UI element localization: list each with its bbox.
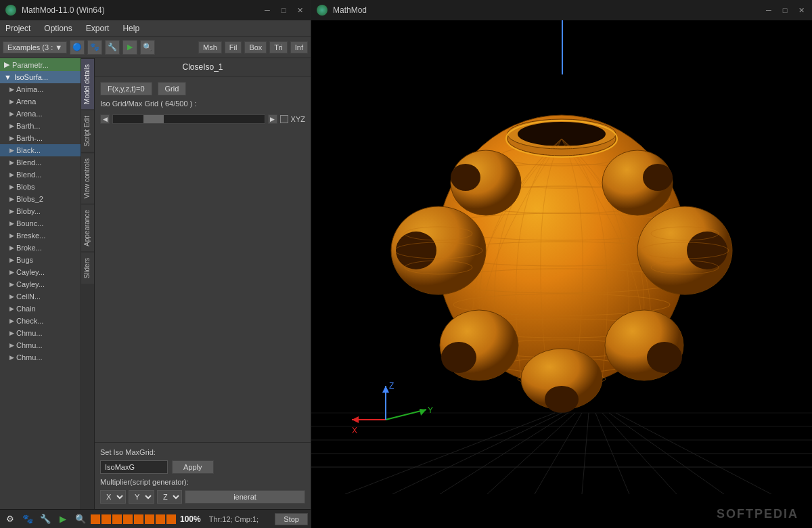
restore-btn[interactable]: □	[278, 5, 289, 16]
list-item-20[interactable]: ▶Chmu...	[0, 327, 81, 339]
tab-fil[interactable]: Fil	[225, 41, 242, 53]
minimize-btn[interactable]: ─	[262, 5, 273, 16]
svg-text:Y: Y	[428, 405, 433, 415]
list-item-4[interactable]: ▶Barth-...	[0, 132, 81, 144]
z-select[interactable]: Z	[157, 490, 182, 504]
list-item-16[interactable]: ▶Cayley...	[0, 278, 81, 290]
toolbar-icon-4[interactable]: ▶	[122, 40, 137, 55]
list-item-6[interactable]: ▶Blend...	[0, 156, 81, 169]
status-icon-2[interactable]: 🐾	[20, 512, 35, 527]
svg-marker-52	[352, 416, 359, 423]
pb3	[112, 514, 122, 524]
toolbar-icon-2[interactable]: 🐾	[87, 40, 102, 55]
tab-content: CloseIso_1 F(x,y,z,t)=0 Grid Iso Grid/Ma…	[95, 58, 311, 509]
list-item-12[interactable]: ▶Breske...	[0, 229, 81, 242]
list-item-19[interactable]: ▶Check...	[0, 315, 81, 327]
formula-button[interactable]: F(x,y,z,t)=0	[100, 82, 152, 95]
x-select[interactable]: X	[100, 490, 126, 504]
generate-button[interactable]: ienerat	[185, 490, 305, 504]
menu-help[interactable]: Help	[120, 22, 142, 35]
iso-maxgrid-input[interactable]	[100, 460, 168, 474]
model-title: CloseIso_1	[95, 58, 311, 76]
svg-marker-55	[420, 409, 426, 416]
slider-track[interactable]	[112, 114, 265, 124]
vtab-sliders[interactable]: Sliders	[81, 252, 94, 284]
axes-svg: X Y Z	[352, 379, 433, 447]
status-icon-4[interactable]: ▶	[55, 512, 70, 527]
list-item-15[interactable]: ▶Cayley...	[0, 266, 81, 278]
list-item-2[interactable]: ▶Arena...	[0, 108, 81, 120]
slider-right-arrow[interactable]: ▶	[268, 114, 277, 124]
list-item-11[interactable]: ▶Bounc...	[0, 217, 81, 229]
toolbar-icon-1[interactable]: 🔵	[70, 40, 85, 55]
toolbar-icon-3[interactable]: 🔧	[105, 40, 120, 55]
vtab-script-edit[interactable]: Script Edit	[81, 110, 94, 152]
parametric-header[interactable]: ▶ Parametr...	[0, 58, 81, 71]
progress-area: 100%	[91, 514, 201, 524]
list-item-3[interactable]: ▶Barth...	[0, 120, 81, 132]
vtab-view-controls[interactable]: View controls	[81, 152, 94, 204]
vtabs: Model details Script Edit View controls …	[81, 58, 95, 509]
list-item-18[interactable]: ▶Chain	[0, 303, 81, 315]
close-btn[interactable]: ✕	[294, 5, 305, 16]
pb8	[166, 514, 176, 524]
vtab-model-details[interactable]: Model details	[81, 58, 94, 110]
list-item-14[interactable]: ▶Bugs	[0, 254, 81, 266]
toolbar-icon-5[interactable]: 🔍	[140, 40, 155, 55]
list-item-10[interactable]: ▶Bloby...	[0, 205, 81, 217]
list-item-5[interactable]: ▶Black...	[0, 144, 81, 156]
list-item-8[interactable]: ▶Blobs	[0, 181, 81, 193]
progress-label: 100%	[180, 514, 201, 524]
menu-project[interactable]: Project	[3, 22, 33, 35]
y-select[interactable]: Y	[129, 490, 154, 504]
viewport-close[interactable]: ✕	[796, 5, 807, 16]
svg-point-3	[518, 122, 606, 146]
pb4	[123, 514, 133, 524]
model-section: F(x,y,z,t)=0 Grid Iso Grid/Max Grid ( 64…	[95, 76, 311, 442]
slider-thumb[interactable]	[143, 115, 164, 123]
status-text: Thr:12; Cmp:1;	[209, 515, 258, 523]
grid-button[interactable]: Grid	[158, 82, 187, 95]
status-icon-1[interactable]: ⚙	[3, 512, 18, 527]
svg-point-32	[451, 164, 480, 191]
iso-grid-label: Iso Grid/Max Grid ( 64/500 ) :	[100, 100, 305, 108]
checkbox-xyz: XYZ	[280, 115, 305, 123]
vtab-appearance[interactable]: Appearance	[81, 204, 94, 252]
list-item-17[interactable]: ▶CellN...	[0, 290, 81, 303]
multiplier-label: Multiplier(script generator):	[100, 478, 305, 486]
viewport-canvas[interactable]: X Y Z SOFTPEDIA	[311, 20, 812, 528]
list-item-1[interactable]: ▶Arena	[0, 95, 81, 108]
stop-button[interactable]: Stop	[275, 513, 308, 525]
status-icon-3[interactable]: 🔧	[38, 512, 53, 527]
viewport-minimize[interactable]: ─	[763, 5, 774, 16]
apply-button[interactable]: Apply	[172, 460, 214, 474]
svg-text:Z: Z	[389, 381, 394, 391]
right-panel: Model details Script Edit View controls …	[81, 58, 311, 509]
xyz-checkbox[interactable]	[280, 115, 288, 123]
softpedia-watermark: SOFTPEDIA	[717, 507, 798, 521]
slider-left-arrow[interactable]: ◀	[100, 114, 110, 124]
tab-tri[interactable]: Tri	[269, 41, 287, 53]
left-window-title: MathMod-11.0 (Win64)	[22, 5, 256, 15]
tab-msh[interactable]: Msh	[198, 41, 222, 53]
multiplier-row: X Y Z ienerat	[100, 490, 305, 504]
list-item-0[interactable]: ▶Anima...	[0, 83, 81, 95]
slider-row: ◀ ▶ XYZ	[100, 114, 305, 124]
list-item-21[interactable]: ▶Chmu...	[0, 339, 81, 351]
tab-inf[interactable]: Inf	[290, 41, 308, 53]
list-item-7[interactable]: ▶Blend...	[0, 169, 81, 181]
status-icon-5[interactable]: 🔍	[73, 512, 88, 527]
list-item-9[interactable]: ▶Blobs_2	[0, 193, 81, 205]
examples-button[interactable]: Examples (3 : ▼	[3, 41, 67, 53]
pb5	[134, 514, 143, 524]
list-item-13[interactable]: ▶Broke...	[0, 242, 81, 254]
list-item-22[interactable]: ▶Chmu...	[0, 351, 81, 364]
menu-export[interactable]: Export	[83, 22, 112, 35]
pb6	[145, 514, 154, 524]
viewport-restore[interactable]: □	[780, 5, 790, 16]
toolbar: Examples (3 : ▼ 🔵 🐾 🔧 ▶ 🔍 Msh Fil Box Tr…	[0, 37, 311, 58]
pb7	[156, 514, 165, 524]
isosurface-header[interactable]: ▼ IsoSurfa...	[0, 71, 81, 83]
tab-box[interactable]: Box	[244, 41, 267, 53]
menu-options[interactable]: Options	[41, 22, 74, 35]
